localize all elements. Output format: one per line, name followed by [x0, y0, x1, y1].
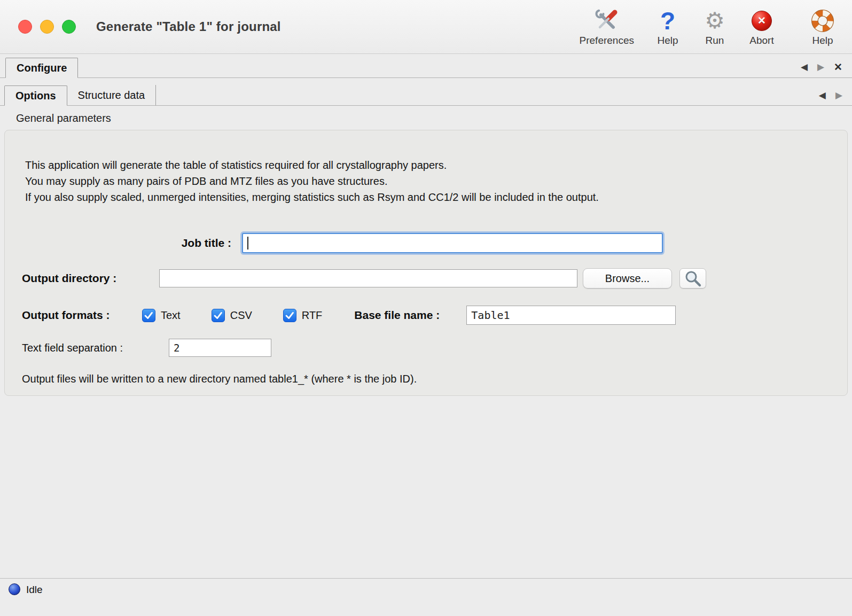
- tab-configure[interactable]: Configure: [5, 58, 78, 78]
- output-formats-row: Output formats : Text CSV: [22, 306, 847, 325]
- content-area: General parameters This application will…: [0, 106, 852, 578]
- minimize-window-button[interactable]: [40, 20, 54, 34]
- zoom-window-button[interactable]: [62, 20, 76, 34]
- tab-structure-data[interactable]: Structure data: [67, 85, 157, 105]
- options-tab-nav: ◀ ▶: [819, 91, 842, 105]
- preferences-label: Preferences: [580, 35, 634, 46]
- output-directory-input[interactable]: [159, 269, 577, 287]
- abort-label: Abort: [749, 35, 773, 46]
- configure-tab-bar: Configure ◀ ▶ ✕: [0, 54, 852, 78]
- help-docs-label: Help: [812, 35, 833, 46]
- help-button[interactable]: ? Help: [654, 7, 681, 46]
- abort-button[interactable]: ✕ Abort: [748, 7, 775, 46]
- general-parameters-panel: This application will generate the table…: [4, 130, 848, 396]
- tab-close-icon[interactable]: ✕: [834, 62, 842, 72]
- text-field-separation-row: Text field separation :: [22, 339, 847, 357]
- job-title-input-wrap: [242, 233, 663, 253]
- output-directory-label: Output directory :: [22, 272, 159, 285]
- tab-structure-data-label: Structure data: [78, 89, 145, 102]
- tab-options[interactable]: Options: [4, 85, 67, 106]
- intro-text: This application will generate the table…: [25, 157, 847, 205]
- base-file-name-label: Base file name :: [354, 309, 461, 322]
- help-label: Help: [657, 35, 678, 46]
- browse-button[interactable]: Browse...: [583, 268, 672, 288]
- magnifier-icon: [683, 269, 702, 288]
- output-note: Output files will be written to a new di…: [22, 373, 847, 385]
- preferences-tools-icon: [595, 7, 619, 34]
- intro-line-3: If you also supply scaled, unmerged inte…: [25, 189, 847, 205]
- help-lifebuoy-icon: [810, 7, 835, 34]
- tab-scroll-left-icon[interactable]: ◀: [801, 63, 808, 72]
- help-question-icon: ?: [660, 7, 675, 34]
- tab-scroll-right-icon[interactable]: ▶: [817, 63, 824, 72]
- output-formats-label: Output formats :: [22, 309, 142, 322]
- options-scroll-left-icon[interactable]: ◀: [819, 91, 826, 100]
- checkbox-rtf-label: RTF: [302, 309, 323, 322]
- checkbox-csv[interactable]: CSV: [212, 309, 252, 322]
- status-bar: Idle: [0, 578, 852, 616]
- checkbox-text-box[interactable]: [142, 309, 155, 322]
- checkbox-csv-box[interactable]: [212, 309, 225, 322]
- text-field-separation-label: Text field separation :: [22, 342, 169, 354]
- checkbox-rtf-box[interactable]: [283, 309, 296, 322]
- tab-configure-label: Configure: [17, 62, 67, 74]
- search-directory-button[interactable]: [679, 268, 706, 288]
- help-docs-button[interactable]: Help: [809, 7, 836, 46]
- status-indicator-icon: [9, 583, 20, 595]
- run-button[interactable]: ⚙ Run: [701, 7, 728, 46]
- run-label: Run: [706, 35, 724, 46]
- window-title: Generate "Table 1" for journal: [96, 19, 281, 34]
- toolbar: Preferences ? Help ⚙ Run ✕ Abort: [580, 7, 836, 46]
- abort-icon: ✕: [752, 7, 772, 34]
- configure-tab-nav: ◀ ▶ ✕: [801, 62, 842, 77]
- text-caret: [247, 237, 248, 249]
- app-window: Generate "Table 1" for journal Preferenc…: [0, 0, 852, 616]
- job-title-input[interactable]: [242, 233, 663, 253]
- intro-line-1: This application will generate the table…: [25, 157, 847, 173]
- tab-options-label: Options: [15, 90, 56, 102]
- checkbox-rtf[interactable]: RTF: [283, 309, 323, 322]
- checkbox-text-label: Text: [161, 309, 181, 322]
- titlebar: Generate "Table 1" for journal Preferenc…: [0, 0, 852, 54]
- intro-line-2: You may supply as many pairs of PDB and …: [25, 173, 847, 189]
- section-title: General parameters: [16, 112, 852, 124]
- job-title-row: Job title :: [22, 233, 847, 253]
- options-scroll-right-icon[interactable]: ▶: [835, 91, 842, 100]
- checkbox-text[interactable]: Text: [142, 309, 181, 322]
- checkbox-csv-label: CSV: [230, 309, 252, 322]
- options-tab-bar: Options Structure data ◀ ▶: [0, 84, 852, 106]
- run-gear-icon: ⚙: [705, 7, 725, 34]
- close-window-button[interactable]: [18, 20, 32, 34]
- window-controls: [18, 20, 76, 34]
- job-title-label: Job title :: [22, 237, 231, 249]
- preferences-button[interactable]: Preferences: [580, 7, 634, 46]
- base-file-name-input[interactable]: [466, 306, 676, 325]
- output-directory-row: Output directory : Browse...: [22, 268, 847, 288]
- text-field-separation-input[interactable]: [169, 339, 271, 357]
- status-text: Idle: [26, 583, 43, 596]
